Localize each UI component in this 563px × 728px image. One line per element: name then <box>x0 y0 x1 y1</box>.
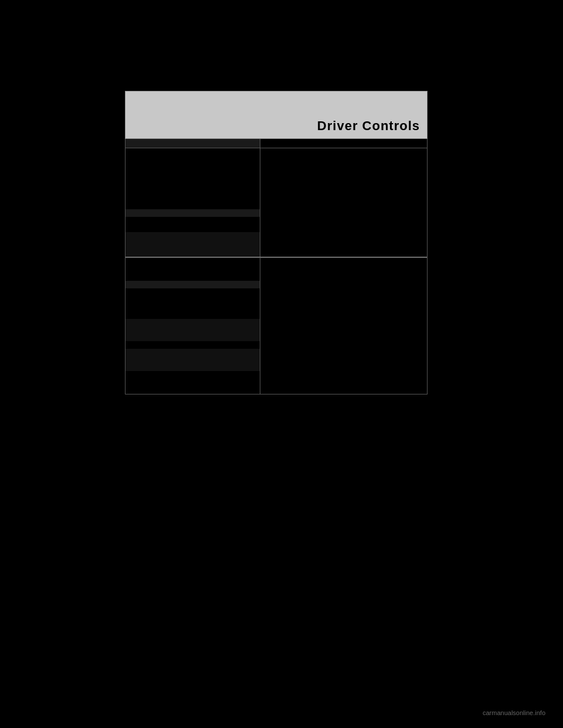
table-row <box>126 148 427 156</box>
right-cell <box>260 179 427 186</box>
page-title: Driver Controls <box>317 118 420 134</box>
main-table <box>125 139 428 394</box>
left-cell <box>126 186 260 194</box>
right-cell <box>260 341 427 349</box>
right-cell <box>260 148 427 156</box>
right-cell <box>260 349 427 371</box>
right-cell <box>260 258 427 266</box>
table-row <box>126 379 427 386</box>
table-row <box>126 224 427 232</box>
left-cell <box>126 164 260 171</box>
table-row <box>126 371 427 379</box>
left-cell <box>126 371 260 379</box>
right-cell <box>260 224 427 232</box>
right-cell <box>260 281 427 288</box>
right-cell <box>260 319 427 341</box>
right-cell <box>260 164 427 171</box>
right-cell <box>260 209 427 217</box>
right-cell <box>260 311 427 319</box>
left-cell <box>126 273 260 281</box>
table-row <box>126 266 427 273</box>
right-cell <box>260 296 427 304</box>
table-row <box>126 273 427 281</box>
left-cell <box>126 179 260 186</box>
right-cell <box>260 217 427 224</box>
table-header-right <box>260 139 427 148</box>
left-cell <box>126 194 260 202</box>
table-header-left <box>126 139 260 148</box>
right-cell <box>260 194 427 202</box>
left-cell <box>126 379 260 386</box>
right-cell <box>260 386 427 394</box>
table-row <box>126 304 427 311</box>
table-row <box>126 258 427 266</box>
left-cell <box>126 319 260 341</box>
table-row <box>126 319 427 341</box>
table-row <box>126 296 427 304</box>
header-bar: Driver Controls <box>125 91 428 139</box>
table-row <box>126 281 427 288</box>
table-header-row <box>126 139 427 148</box>
left-cell <box>126 296 260 304</box>
left-cell <box>126 386 260 394</box>
page-container: Driver Controls <box>125 91 428 352</box>
table-row <box>126 194 427 202</box>
left-cell <box>126 171 260 179</box>
left-cell <box>126 202 260 209</box>
watermark-text: carmanualsonline.info <box>483 709 545 716</box>
left-cell <box>126 156 260 164</box>
left-cell <box>126 148 260 156</box>
right-cell <box>260 273 427 281</box>
table-row <box>126 232 427 257</box>
table-row <box>126 171 427 179</box>
left-cell <box>126 349 260 371</box>
table-row <box>126 288 427 296</box>
table-row <box>126 202 427 209</box>
left-cell <box>126 288 260 296</box>
table-row <box>126 349 427 371</box>
left-cell <box>126 224 260 232</box>
right-cell <box>260 202 427 209</box>
right-cell <box>260 171 427 179</box>
right-cell <box>260 304 427 311</box>
left-cell <box>126 341 260 349</box>
left-cell <box>126 304 260 311</box>
right-cell <box>260 232 427 257</box>
table-row <box>126 164 427 171</box>
left-cell <box>126 311 260 319</box>
right-cell <box>260 371 427 379</box>
table-row <box>126 386 427 394</box>
table-row <box>126 186 427 194</box>
table-row <box>126 311 427 319</box>
table-row <box>126 209 427 217</box>
left-cell <box>126 232 260 257</box>
watermark: carmanualsonline.info <box>483 709 545 716</box>
table-row <box>126 217 427 224</box>
left-cell <box>126 258 260 266</box>
right-cell <box>260 288 427 296</box>
table-row <box>126 156 427 164</box>
right-cell <box>260 186 427 194</box>
table-row <box>126 341 427 349</box>
right-cell <box>260 266 427 273</box>
left-cell <box>126 281 260 288</box>
right-cell <box>260 379 427 386</box>
left-cell <box>126 266 260 273</box>
left-cell <box>126 217 260 224</box>
left-cell <box>126 209 260 217</box>
table-row <box>126 179 427 186</box>
right-cell <box>260 156 427 164</box>
